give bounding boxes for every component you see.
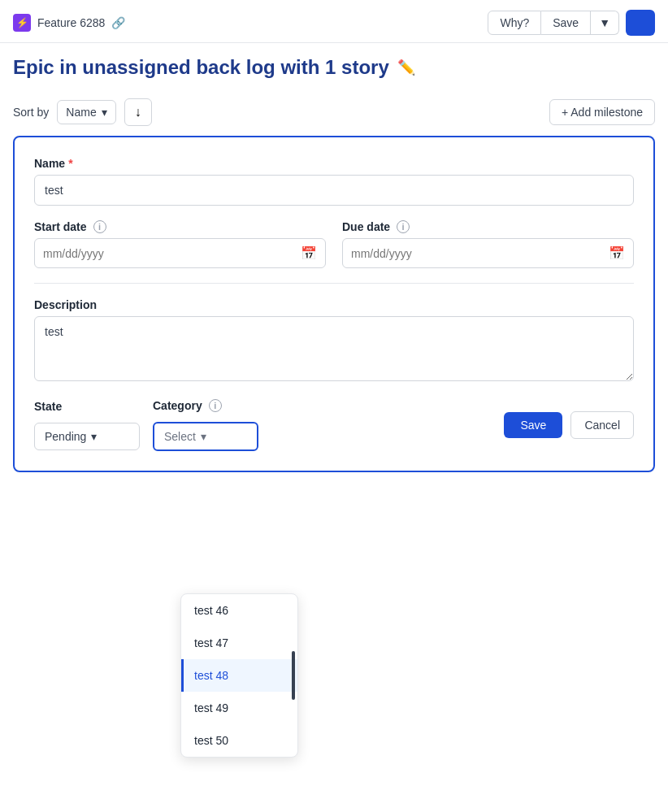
save-button[interactable]: Save — [504, 412, 562, 438]
dropdown-item-test48[interactable]: test 48 — [181, 659, 297, 692]
state-label-text: State — [34, 400, 62, 413]
required-indicator: * — [68, 157, 72, 170]
header-left: ⚡ Feature 6288 🔗 — [13, 14, 125, 32]
category-chevron-icon: ▾ — [201, 430, 206, 443]
category-label-text: Category — [153, 399, 202, 412]
due-date-field: Due date i 📅 — [342, 220, 634, 268]
save-arrow-button[interactable]: ▼ — [591, 11, 619, 35]
bottom-actions: Save Cancel — [504, 411, 634, 439]
chevron-down-icon: ▼ — [599, 16, 610, 29]
start-date-field: Start date i 📅 — [34, 220, 326, 268]
dropdown-item-label: test 49 — [194, 701, 228, 714]
why-button[interactable]: Why? — [488, 11, 541, 35]
category-select[interactable]: Select ▾ — [153, 422, 258, 451]
feature-id: Feature 6288 — [37, 16, 105, 29]
dropdown-scrollbar — [292, 651, 295, 700]
sort-down-arrow-icon: ↓ — [135, 105, 141, 119]
name-label-text: Name — [34, 157, 65, 170]
state-select[interactable]: Pending ▾ — [34, 423, 140, 450]
due-date-input-wrap: 📅 — [342, 238, 634, 268]
sort-by-label: Sort by — [13, 106, 49, 119]
start-date-input[interactable] — [43, 247, 296, 260]
category-placeholder: Select — [164, 430, 196, 443]
sort-bar: Sort by Name ▾ ↓ + Add milestone — [0, 85, 668, 136]
sort-left: Sort by Name ▾ ↓ — [13, 98, 152, 126]
state-value: Pending — [45, 430, 86, 443]
description-label-text: Description — [34, 298, 97, 311]
add-milestone-button[interactable]: + Add milestone — [549, 99, 655, 125]
dropdown-item-test46[interactable]: test 46 — [181, 594, 297, 627]
due-date-label-text: Due date — [342, 220, 390, 233]
state-label: State — [34, 400, 140, 413]
state-field: State Pending ▾ — [34, 400, 140, 450]
description-field-group: Description test — [34, 298, 634, 384]
name-input[interactable] — [34, 175, 634, 206]
state-chevron-icon: ▾ — [91, 430, 97, 443]
sort-select[interactable]: Name ▾ — [57, 100, 115, 124]
due-date-input[interactable] — [351, 247, 604, 260]
category-dropdown: test 46 test 47 test 48 test 49 test 50 — [180, 593, 298, 758]
feature-icon: ⚡ — [13, 14, 31, 32]
name-label: Name * — [34, 157, 634, 170]
due-date-calendar-icon[interactable]: 📅 — [609, 245, 625, 261]
dropdown-item-label: test 47 — [194, 636, 228, 649]
start-date-input-wrap: 📅 — [34, 238, 326, 268]
header-actions: Why? Save ▼ — [488, 10, 655, 36]
start-date-calendar-icon[interactable]: 📅 — [301, 245, 317, 261]
sort-chevron-icon: ▾ — [102, 106, 107, 119]
sort-direction-button[interactable]: ↓ — [124, 98, 152, 126]
due-date-label: Due date i — [342, 220, 634, 233]
form-card: Name * Start date i 📅 Due date i 📅 — [13, 136, 655, 472]
description-label: Description — [34, 298, 634, 311]
dropdown-item-test49[interactable]: test 49 — [181, 692, 297, 724]
name-field-group: Name * — [34, 157, 634, 206]
date-row: Start date i 📅 Due date i 📅 — [34, 220, 634, 268]
dropdown-item-test47[interactable]: test 47 — [181, 627, 297, 659]
start-date-info-icon[interactable]: i — [93, 220, 106, 233]
category-field: Category i Select ▾ — [153, 399, 258, 451]
form-divider — [34, 283, 634, 284]
due-date-info-icon[interactable]: i — [397, 220, 410, 233]
start-date-label-text: Start date — [34, 220, 87, 233]
category-info-icon[interactable]: i — [209, 399, 222, 412]
description-input[interactable]: test — [34, 316, 634, 381]
page-title: Epic in unassigned back log with 1 story… — [13, 56, 655, 79]
cancel-button[interactable]: Cancel — [570, 411, 634, 439]
edit-icon[interactable]: ✏️ — [397, 59, 415, 76]
blue-action-button[interactable] — [626, 10, 655, 36]
dropdown-item-label: test 50 — [194, 734, 228, 747]
category-label: Category i — [153, 399, 258, 412]
link-icon[interactable]: 🔗 — [111, 16, 125, 29]
dropdown-item-label: test 48 — [194, 669, 228, 682]
bottom-row: State Pending ▾ Category i Select ▾ Save… — [34, 399, 634, 451]
page-title-section: Epic in unassigned back log with 1 story… — [0, 43, 668, 85]
page-title-text: Epic in unassigned back log with 1 story — [13, 56, 389, 79]
header: ⚡ Feature 6288 🔗 Why? Save ▼ — [0, 0, 668, 43]
dropdown-item-label: test 46 — [194, 604, 228, 617]
start-date-label: Start date i — [34, 220, 326, 233]
save-header-button[interactable]: Save — [541, 11, 591, 35]
dropdown-item-test50[interactable]: test 50 — [181, 724, 297, 757]
sort-value: Name — [66, 106, 96, 119]
